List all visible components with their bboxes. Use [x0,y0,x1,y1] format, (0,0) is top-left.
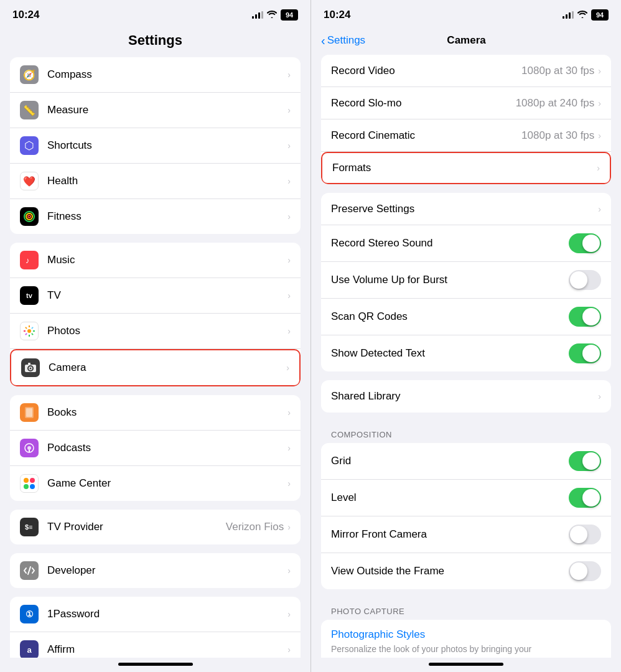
compass-label: Compass [47,68,287,81]
row-scan-qr[interactable]: Scan QR Codes [321,299,611,335]
camera-group-2: Preserve Settings › Record Stereo Sound … [321,193,611,371]
row-affirm[interactable]: a Affirm › [10,632,301,658]
game-center-icon [20,474,39,493]
back-button[interactable]: ‹ Settings [321,34,365,48]
svg-rect-16 [28,363,30,365]
row-shared-library[interactable]: Shared Library › [321,380,611,413]
mirror-front-toggle[interactable] [569,525,601,544]
row-podcasts[interactable]: Podcasts › [10,431,301,466]
row-measure[interactable]: 📏 Measure › [10,93,301,128]
row-compass[interactable]: 🧭 Compass › [10,57,301,93]
fitness-label: Fitness [47,210,287,223]
show-detected-text-toggle[interactable] [569,343,601,363]
svg-point-23 [30,478,35,483]
svg-point-20 [27,446,31,450]
record-stereo-toggle[interactable] [569,233,601,253]
row-view-outside[interactable]: View Outside the Frame [321,553,611,589]
row-volume-burst[interactable]: Use Volume Up for Burst [321,262,611,299]
svg-point-4 [27,329,31,333]
view-outside-toggle[interactable] [569,561,601,581]
row-shortcuts[interactable]: ⬡ Shortcuts › [10,128,301,164]
record-slomo-chevron: › [598,98,601,108]
photo-capture-group[interactable]: Photographic Styles Personalize the look… [321,620,611,658]
row-preserve-settings[interactable]: Preserve Settings › [321,193,611,225]
1password-label: 1Password [47,608,287,620]
tv-chevron: › [287,291,291,301]
1password-chevron: › [287,609,291,619]
toggle-thumb [570,271,587,289]
record-cinematic-value: 1080p at 30 fps [521,129,594,142]
right-panel: 10:24 94 ‹ Settings Camera Record Video [310,0,621,672]
music-label: Music [47,254,287,266]
row-fitness[interactable]: Fitness › [10,199,301,234]
settings-group-2: ♪ Music › tv TV › [10,243,301,386]
photos-chevron: › [287,326,291,336]
volume-burst-label: Use Volume Up for Burst [331,274,569,286]
row-grid[interactable]: Grid [321,443,611,480]
shortcuts-label: Shortcuts [47,139,287,152]
row-record-video[interactable]: Record Video 1080p at 30 fps › [321,55,611,87]
status-icons-left: 94 [252,9,298,21]
developer-icon [20,561,39,580]
books-label: Books [47,406,287,419]
record-video-label: Record Video [331,65,521,77]
left-panel: 10:24 94 Settings 🧭 Compass › [0,0,310,672]
row-game-center[interactable]: Game Center › [10,466,301,501]
record-video-value: 1080p at 30 fps [521,65,594,77]
level-label: Level [331,492,569,504]
tv-icon: tv [20,286,39,305]
row-books[interactable]: Books › [10,395,301,431]
mirror-front-label: Mirror Front Camera [331,528,569,541]
record-video-chevron: › [598,66,601,76]
record-slomo-label: Record Slo-mo [331,97,516,110]
preserve-settings-chevron: › [598,204,601,214]
shortcuts-chevron: › [287,141,291,151]
level-toggle[interactable] [569,488,601,508]
svg-text:♪: ♪ [26,256,30,265]
composition-header: COMPOSITION [321,421,611,443]
row-tv[interactable]: tv TV › [10,278,301,314]
row-camera[interactable]: Camera › [10,349,301,386]
row-music[interactable]: ♪ Music › [10,243,301,278]
compass-chevron: › [287,70,291,80]
settings-group-6: ① 1Password › a Affirm › [10,597,301,658]
books-chevron: › [287,408,291,418]
row-record-slomo[interactable]: Record Slo-mo 1080p at 240 fps › [321,87,611,119]
row-mirror-front[interactable]: Mirror Front Camera [321,516,611,553]
row-tv-provider[interactable]: $≡ TV Provider Verizon Fios › [10,510,301,544]
volume-burst-toggle[interactable] [569,270,601,290]
wifi-icon-right [577,10,587,20]
row-1password[interactable]: ① 1Password › [10,597,301,632]
signal-icon-left [252,11,263,19]
svg-text:$≡: $≡ [25,523,33,531]
affirm-label: Affirm [47,643,287,656]
row-health[interactable]: ❤️ Health › [10,164,301,199]
battery-icon-right: 94 [591,9,609,21]
row-level[interactable]: Level [321,480,611,516]
settings-group-3: Books › Podcasts › [10,395,301,501]
back-chevron-icon: ‹ [321,34,325,48]
row-show-detected-text[interactable]: Show Detected Text [321,335,611,371]
row-photos[interactable]: Photos › [10,314,301,349]
status-bar-right: 10:24 94 [311,0,621,27]
toggle-thumb [570,562,587,580]
row-developer[interactable]: Developer › [10,553,301,588]
row-formats[interactable]: Formats › [321,152,611,184]
shared-library-chevron: › [598,391,601,401]
svg-point-25 [30,484,35,489]
developer-label: Developer [47,564,287,577]
row-record-cinematic[interactable]: Record Cinematic 1080p at 30 fps › [321,119,611,152]
row-record-stereo[interactable]: Record Stereo Sound [321,225,611,262]
podcasts-chevron: › [287,443,291,453]
affirm-icon: a [20,640,39,658]
formats-chevron: › [597,163,600,173]
status-icons-right: 94 [563,9,609,21]
time-left: 10:24 [12,9,39,21]
scan-qr-toggle[interactable] [569,307,601,327]
tv-provider-chevron: › [287,522,291,532]
shortcuts-icon: ⬡ [20,136,39,155]
grid-toggle[interactable] [569,451,601,471]
home-indicator-right [429,663,503,666]
svg-point-24 [24,484,29,489]
game-center-chevron: › [287,478,291,488]
